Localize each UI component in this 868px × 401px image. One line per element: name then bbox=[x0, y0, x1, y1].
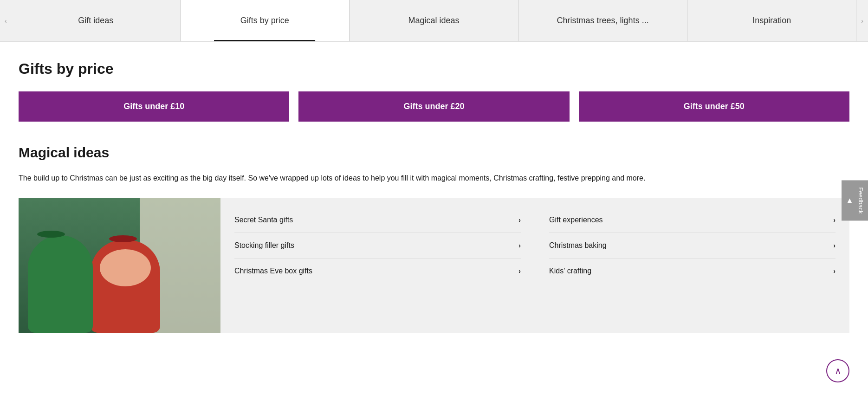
tab-christmas-trees[interactable]: Christmas trees, lights ... bbox=[518, 0, 687, 41]
list-column-right: Gift experiences › Christmas baking › Ki… bbox=[535, 198, 849, 333]
page-title: Gifts by price bbox=[19, 60, 849, 78]
feedback-label: Feedback bbox=[857, 187, 864, 213]
chevron-right-icon: › bbox=[518, 216, 521, 224]
list-item-gift-experiences[interactable]: Gift experiences › bbox=[549, 207, 836, 233]
nav-arrow-left[interactable]: ‹ bbox=[0, 0, 12, 41]
list-item-christmas-eve-box[interactable]: Christmas Eve box gifts › bbox=[234, 259, 521, 284]
tab-gifts-by-price[interactable]: Gifts by price bbox=[181, 0, 350, 41]
gifts-under-20-button[interactable]: Gifts under £20 bbox=[298, 91, 569, 122]
magical-ideas-title: Magical ideas bbox=[19, 145, 849, 161]
chevron-right-icon: › bbox=[833, 242, 836, 249]
chevron-right-icon: › bbox=[833, 267, 836, 275]
tab-inspiration[interactable]: Inspiration bbox=[687, 0, 856, 41]
list-item-christmas-baking[interactable]: Christmas baking › bbox=[549, 233, 836, 259]
list-item-secret-santa[interactable]: Secret Santa gifts › bbox=[234, 207, 521, 233]
tab-magical-ideas[interactable]: Magical ideas bbox=[350, 0, 518, 41]
chevron-right-icon: › bbox=[518, 267, 521, 275]
magical-ideas-list: Secret Santa gifts › Stocking filler gif… bbox=[220, 198, 849, 333]
nav-tabs: ‹ Gift ideas Gifts by price Magical idea… bbox=[0, 0, 868, 42]
list-column-left: Secret Santa gifts › Stocking filler gif… bbox=[220, 198, 535, 333]
feedback-arrow-icon: ▲ bbox=[845, 197, 854, 205]
list-item-kids-crafting[interactable]: Kids' crafting › bbox=[549, 259, 836, 284]
main-content: Gifts by price Gifts under £10 Gifts und… bbox=[0, 42, 868, 333]
chevron-right-icon: › bbox=[833, 216, 836, 224]
chevron-right-icon: › bbox=[518, 242, 521, 249]
magical-ideas-image bbox=[19, 198, 220, 333]
price-buttons: Gifts under £10 Gifts under £20 Gifts un… bbox=[19, 91, 849, 122]
tab-gift-ideas[interactable]: Gift ideas bbox=[12, 0, 181, 41]
feedback-button[interactable]: Feedback ▲ bbox=[842, 180, 868, 220]
gifts-under-50-button[interactable]: Gifts under £50 bbox=[579, 91, 849, 122]
magical-ideas-description: The build up to Christmas can be just as… bbox=[19, 172, 715, 184]
image-list-section: Secret Santa gifts › Stocking filler gif… bbox=[19, 198, 849, 333]
list-item-stocking-filler[interactable]: Stocking filler gifts › bbox=[234, 233, 521, 259]
gifts-under-10-button[interactable]: Gifts under £10 bbox=[19, 91, 289, 122]
nav-arrow-right[interactable]: › bbox=[856, 0, 868, 41]
